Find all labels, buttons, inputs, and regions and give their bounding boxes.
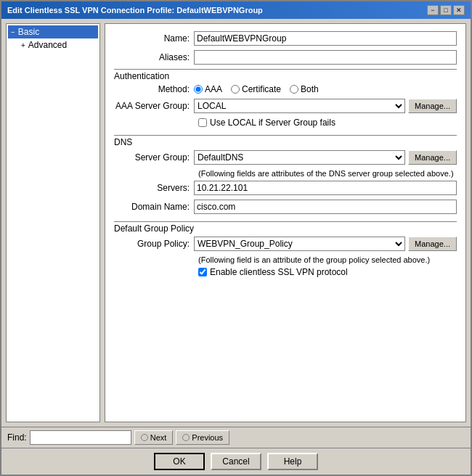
- method-certificate-option[interactable]: Certificate: [231, 84, 281, 94]
- method-both-label: Both: [301, 84, 319, 94]
- method-both-option[interactable]: Both: [290, 84, 319, 94]
- name-input[interactable]: [194, 31, 457, 46]
- group-policy-section-label: Default Group Policy: [114, 223, 194, 234]
- aliases-label: Aliases:: [114, 52, 194, 62]
- previous-button[interactable]: Previous: [176, 430, 229, 445]
- aaa-server-group-controls: LOCAL RADIUS LDAP Manage...: [194, 99, 457, 113]
- manage-policy-button[interactable]: Manage...: [408, 237, 457, 251]
- basic-tree-toggle: −: [11, 28, 15, 36]
- method-aaa-label: AAA: [205, 84, 222, 94]
- servers-label: Servers:: [114, 183, 194, 193]
- server-group-label: Server Group:: [114, 152, 194, 163]
- server-group-select[interactable]: DefaultDNS: [194, 150, 405, 165]
- name-label: Name:: [114, 33, 194, 44]
- servers-input[interactable]: [194, 181, 457, 195]
- cancel-button[interactable]: Cancel: [211, 453, 261, 470]
- advanced-tree-toggle: +: [21, 41, 25, 49]
- policy-info-text: (Following field is an attribute of the …: [198, 255, 457, 264]
- title-bar: Edit Clientless SSL VPN Connection Profi…: [1, 1, 471, 19]
- use-local-label: Use LOCAL if Server Group fails: [210, 118, 335, 128]
- prev-radio-icon: [182, 434, 190, 441]
- domain-name-label: Domain Name:: [114, 202, 194, 212]
- next-button[interactable]: Next: [134, 430, 174, 445]
- server-group-row: Server Group: DefaultDNS Manage...: [114, 150, 457, 165]
- aliases-row: Aliases:: [114, 50, 457, 65]
- dialog-buttons: OK Cancel Help: [1, 448, 471, 475]
- aaa-server-group-row: AAA Server Group: LOCAL RADIUS LDAP Mana…: [114, 99, 457, 113]
- enable-ssl-label: Enable clientless SSL VPN protocol: [210, 267, 348, 277]
- enable-ssl-row: Enable clientless SSL VPN protocol: [198, 267, 457, 277]
- auth-section-label: Authentication: [114, 71, 169, 81]
- sidebar-children: + Advanced: [8, 38, 98, 52]
- sidebar: − Basic + Advanced: [6, 23, 100, 422]
- aliases-input[interactable]: [194, 50, 457, 65]
- next-label: Next: [150, 433, 167, 442]
- method-label: Method:: [114, 84, 194, 94]
- previous-label: Previous: [192, 433, 223, 442]
- ok-button[interactable]: OK: [154, 453, 205, 470]
- find-label: Find:: [7, 432, 27, 443]
- group-policy-controls: WEBVPN_Group_Policy Manage...: [194, 237, 457, 251]
- group-policy-label: Group Policy:: [114, 239, 194, 249]
- method-aaa-option[interactable]: AAA: [194, 84, 222, 94]
- sidebar-item-advanced[interactable]: + Advanced: [18, 38, 98, 52]
- main-window: Edit Clientless SSL VPN Connection Profi…: [0, 0, 472, 476]
- group-policy-row: Group Policy: WEBVPN_Group_Policy Manage…: [114, 237, 457, 251]
- method-radio-group: AAA Certificate Both: [194, 84, 319, 94]
- enable-ssl-checkbox[interactable]: [198, 268, 207, 276]
- main-panel: Name: Aliases: Authentication Method: AA…: [105, 23, 466, 422]
- auth-section-header: Authentication: [114, 69, 457, 81]
- maximize-button[interactable]: □: [440, 5, 452, 15]
- title-bar-controls: − □ ✕: [427, 5, 465, 15]
- aaa-server-group-label: AAA Server Group:: [114, 101, 194, 111]
- servers-row: Servers:: [114, 181, 457, 195]
- manage-dns-button[interactable]: Manage...: [408, 150, 457, 165]
- help-button[interactable]: Help: [267, 453, 318, 470]
- group-policy-section-header: Default Group Policy: [114, 221, 457, 234]
- dns-info-text: (Following fields are attributes of the …: [198, 169, 457, 178]
- sidebar-advanced-label: Advanced: [28, 40, 67, 50]
- next-radio-icon: [141, 434, 148, 441]
- method-certificate-label: Certificate: [242, 84, 281, 94]
- dns-section-label: DNS: [114, 137, 132, 147]
- name-row: Name:: [114, 31, 457, 46]
- dns-section-header: DNS: [114, 135, 457, 147]
- content-area: − Basic + Advanced Name: Aliases:: [1, 19, 471, 427]
- method-both-radio[interactable]: [290, 85, 298, 94]
- server-group-controls: DefaultDNS Manage...: [194, 150, 457, 165]
- sidebar-item-basic[interactable]: − Basic: [8, 25, 98, 38]
- aaa-server-group-select[interactable]: LOCAL RADIUS LDAP: [194, 99, 405, 113]
- find-input[interactable]: [30, 430, 131, 445]
- method-certificate-radio[interactable]: [231, 85, 240, 94]
- group-policy-select[interactable]: WEBVPN_Group_Policy: [194, 237, 405, 251]
- use-local-checkbox[interactable]: [198, 118, 207, 127]
- close-button[interactable]: ✕: [453, 5, 465, 15]
- window-title: Edit Clientless SSL VPN Connection Profi…: [7, 6, 263, 15]
- domain-name-input[interactable]: [194, 200, 457, 214]
- bottom-bar: Find: Next Previous: [1, 427, 471, 448]
- sidebar-basic-label: Basic: [18, 27, 39, 37]
- minimize-button[interactable]: −: [427, 5, 439, 15]
- manage-aaa-button[interactable]: Manage...: [408, 99, 457, 113]
- domain-name-row: Domain Name:: [114, 200, 457, 214]
- method-row: Method: AAA Certificate Both: [114, 84, 457, 94]
- use-local-row: Use LOCAL if Server Group fails: [198, 118, 457, 128]
- method-aaa-radio[interactable]: [194, 85, 203, 94]
